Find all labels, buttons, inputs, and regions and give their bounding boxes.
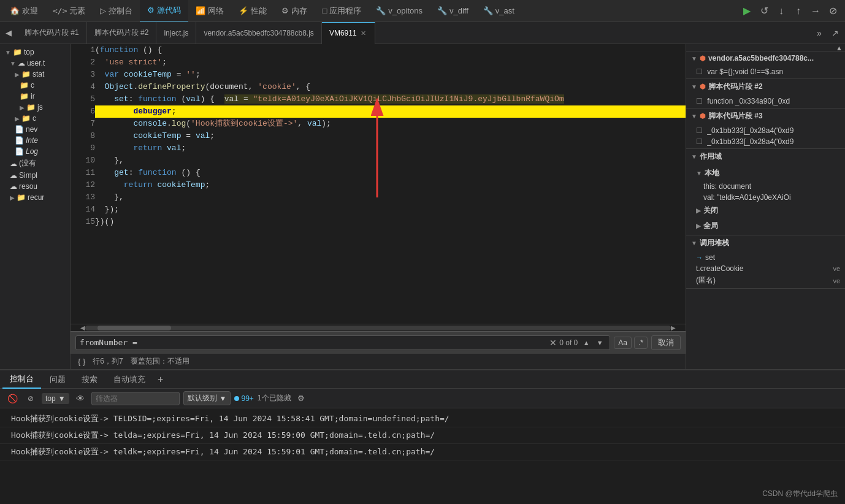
tree-item-noname[interactable]: ☁ (没有 [0, 157, 70, 170]
tab-performance[interactable]: ⚡ 性能 [231, 0, 274, 22]
list-item[interactable]: ☐ function _0x334a90(_0xd [686, 96, 845, 107]
cancel-search-btn[interactable]: 取消 [651, 335, 681, 350]
clear-search-btn[interactable]: ✕ [549, 338, 557, 348]
step-btn[interactable]: → [808, 4, 823, 18]
prev-result-btn[interactable]: ▲ [580, 337, 592, 349]
search-input[interactable] [80, 338, 547, 347]
file-tab-vendor[interactable]: vendor.a5ac5bbedfc304788cb8.js [196, 22, 321, 44]
h-scroll[interactable]: ◀ ▶ [71, 324, 686, 331]
table-row: 1 (function () { [71, 44, 686, 56]
callstack-item-createcookie[interactable]: t.createCookie ve [686, 263, 845, 274]
tab-console[interactable]: ▷ 控制台 [93, 0, 140, 22]
tab-vast[interactable]: 🔧 v_ast [476, 0, 522, 22]
tree-item-c1[interactable]: 📁 c [0, 80, 70, 91]
scope-global-header[interactable]: ▶ 全局 [686, 218, 845, 234]
tab-sources[interactable]: ⚙ 源代码 [140, 0, 188, 22]
level-select[interactable]: 默认级别 ▼ [183, 391, 231, 405]
tree-arrow: ▶ [10, 194, 15, 201]
step-into-btn[interactable]: ↓ [774, 4, 789, 18]
add-tab-btn[interactable]: + [154, 374, 167, 385]
arrow-icon: → [696, 254, 703, 261]
scope-val: val: "teldk=A01eyJ0eXAiOi [686, 192, 845, 203]
console-output[interactable]: Hook捕获到cookie设置-> TELDSID=;expires=Fri, … [0, 408, 845, 504]
panel-header-snippet3[interactable]: ▼ ⬢ 脚本代码片段 #3 [686, 109, 845, 124]
new-tab-btn[interactable]: ↗ [828, 26, 843, 40]
panel-content-callstack: → set t.createCookie ve (匿名) ve [686, 251, 845, 288]
tree-item-log[interactable]: 📄 Log [0, 146, 70, 157]
panel-header-vendor[interactable]: ▼ ⬢ vendor.a5ac5bbedfc304788c... [686, 52, 845, 65]
tab-memory[interactable]: ⚙ 内存 [274, 0, 315, 22]
filter-input[interactable] [96, 394, 175, 403]
right-panel: ▲ ▼ ⬢ vendor.a5ac5bbedfc304788c... ☐ var… [686, 44, 845, 369]
bottom-section: 控制台 问题 搜索 自动填充 + 🚫 ⊘ top ▼ 👁 默认级别 ▼ [0, 369, 845, 504]
scope-closure-header[interactable]: ▶ 关闭 [686, 203, 845, 218]
step-out-btn[interactable]: ↑ [791, 4, 806, 18]
tree-item-simpl[interactable]: ☁ Simpl [0, 170, 70, 181]
callstack-item-set[interactable]: → set [686, 252, 845, 263]
tab-network[interactable]: 📶 网络 [188, 0, 231, 22]
eye-btn[interactable]: 👁 [73, 391, 88, 406]
callstack-item-anonymous[interactable]: (匿名) ve [686, 274, 845, 287]
folder-icon: 📁 [20, 81, 29, 90]
h-scroll-thumb[interactable] [98, 326, 171, 330]
step-over-btn[interactable]: ↺ [757, 4, 771, 18]
console-settings-btn[interactable]: ⚙ [295, 392, 307, 405]
code-table: 1 (function () { 2 'use strict'; 3 var c… [71, 44, 686, 228]
tree-item-nev[interactable]: 📄 nev [0, 124, 70, 135]
tree-item-inte[interactable]: 📄 Inte [0, 135, 70, 146]
top-label[interactable]: top ▼ [42, 393, 69, 404]
scope-this: this: document [686, 181, 845, 192]
tab-welcome[interactable]: 🏠 欢迎 [2, 0, 45, 22]
h-scroll-track[interactable] [85, 326, 671, 330]
deactivate-btn[interactable]: ⊘ [825, 4, 840, 18]
tab-application[interactable]: □ 应用程序 [315, 0, 369, 22]
tree-item-top[interactable]: ▼ 📁 top [0, 47, 70, 58]
right-scroll-indicator: ▲ [686, 44, 845, 52]
resume-btn[interactable]: ▶ [740, 4, 754, 18]
sidebar-toggle-btn[interactable]: ◀ [0, 22, 17, 44]
tree-item-js[interactable]: ▶ 📁 js [0, 102, 70, 113]
more-tabs-btn[interactable]: » [812, 26, 827, 40]
regex-btn[interactable]: .* [634, 337, 648, 349]
file-tab-inject[interactable]: inject.js [156, 22, 196, 44]
tree-item-stat[interactable]: ▶ 📁 stat [0, 69, 70, 80]
tree-item-recur[interactable]: ▶ 📁 recur [0, 192, 70, 203]
table-row: 2 'use strict'; [71, 56, 686, 69]
file-tab-snippet1[interactable]: 脚本代码片段 #1 [17, 22, 87, 44]
search-bar: ✕ 0 of 0 ▲ ▼ Aa .* 取消 [71, 331, 686, 353]
file-tab-snippet2[interactable]: 脚本代码片段 #2 [87, 22, 157, 44]
tree-item-ir[interactable]: 📁 ir [0, 91, 70, 102]
toggle-sidebar-btn[interactable]: ⊘ [23, 391, 38, 406]
tab-autofill[interactable]: 自动填充 [106, 370, 153, 389]
tree-item-usert[interactable]: ▼ ☁ user.t [0, 58, 70, 69]
next-result-btn[interactable]: ▼ [594, 337, 606, 349]
match-case-btn[interactable]: Aa [614, 337, 632, 349]
panel-header-callstack[interactable]: ▼ 调用堆栈 [686, 235, 845, 251]
tab-console-bottom[interactable]: 控制台 [2, 370, 41, 389]
scroll-left-arrow[interactable]: ◀ [80, 324, 85, 331]
file-tab-close-btn[interactable]: ✕ [359, 28, 367, 39]
tab-voptions[interactable]: 🔧 v_opitons [369, 0, 430, 22]
list-item[interactable]: ☐ var $={};void 0!==$.asn [686, 66, 845, 77]
tab-issues[interactable]: 问题 [42, 370, 73, 389]
tab-search[interactable]: 搜索 [74, 370, 105, 389]
cursor-position: 行6，列7 [93, 356, 123, 367]
clear-console-btn[interactable]: 🚫 [5, 391, 20, 406]
badge-count: 99+ [234, 394, 253, 403]
scope-local-header[interactable]: ▼ 本地 [686, 166, 845, 181]
tree-item-resou[interactable]: ☁ resou [0, 181, 70, 192]
code-container[interactable]: 1 (function () { 2 'use strict'; 3 var c… [71, 44, 686, 324]
panel-header-scope[interactable]: ▼ 作用域 [686, 149, 845, 164]
table-row: 8 cookieTemp = val; [71, 130, 686, 142]
right-panel-scroll[interactable]: ▼ ⬢ vendor.a5ac5bbedfc304788c... ☐ var $… [686, 52, 845, 369]
home-icon: 🏠 [10, 6, 20, 15]
list-item[interactable]: ☐ _0x1bb333[_0x28a4('0xd9 [686, 136, 845, 147]
tab-elements[interactable]: </> 元素 [45, 0, 93, 22]
tab-vdiff[interactable]: 🔧 v_diff [430, 0, 476, 22]
list-item[interactable]: ☐ _0x1bb333[_0x28a4('0xd9 [686, 125, 845, 136]
folder-icon: 📁 [17, 193, 26, 202]
tree-item-c2[interactable]: ▶ 📁 c [0, 113, 70, 124]
file-tab-vm6911[interactable]: VM6911 ✕ [322, 22, 375, 44]
panel-header-snippet2[interactable]: ▼ ⬢ 脚本代码片段 #2 [686, 79, 845, 94]
scroll-right-arrow[interactable]: ▶ [671, 324, 676, 331]
